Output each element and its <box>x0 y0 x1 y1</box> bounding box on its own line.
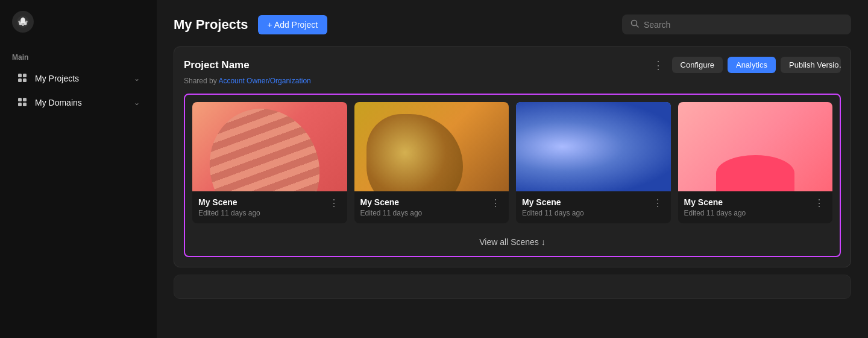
scene-name-2: My Scene <box>360 197 423 207</box>
project-card-header: Project Name ⋮ Configure Analytics Publi… <box>184 57 841 73</box>
svg-point-4 <box>22 24 24 26</box>
scene-edited-4: Edited 11 days ago <box>684 209 746 217</box>
scene-thumbnail-3 <box>516 102 671 191</box>
svg-point-6 <box>25 21 28 23</box>
scene-info-4: My Scene Edited 11 days ago ⋮ <box>678 191 833 223</box>
chevron-down-icon-domains: ⌄ <box>134 98 140 107</box>
view-all-row: View all Scenes ↓ <box>192 231 832 249</box>
analytics-button[interactable]: Analytics <box>728 57 776 73</box>
sidebar-label-my-domains: My Domains <box>35 98 128 107</box>
app-logo <box>12 11 34 33</box>
chevron-down-icon-projects: ⌄ <box>134 74 140 83</box>
scene-text-3: My Scene Edited 11 days ago <box>522 197 584 217</box>
scene-thumbnail-4 <box>678 102 833 191</box>
svg-rect-14 <box>23 103 27 106</box>
scene-name-3: My Scene <box>522 197 584 207</box>
scene-menu-button-3[interactable]: ⋮ <box>650 197 665 209</box>
svg-rect-8 <box>23 74 27 77</box>
scene-menu-button-4[interactable]: ⋮ <box>812 197 826 209</box>
scene-name-4: My Scene <box>684 197 746 207</box>
main-content: My Projects + Add Project Project Name ⋮… <box>157 0 868 338</box>
scene-thumbnail-2 <box>354 102 509 191</box>
search-bar <box>622 14 851 34</box>
svg-rect-9 <box>18 78 22 82</box>
scene-text-4: My Scene Edited 11 days ago <box>684 197 746 217</box>
page-header: My Projects + Add Project <box>174 14 851 34</box>
scene-card-2[interactable]: My Scene Edited 11 days ago ⋮ <box>354 102 509 223</box>
svg-rect-12 <box>23 98 27 101</box>
view-all-scenes-button[interactable]: View all Scenes ↓ <box>479 237 545 247</box>
scenes-grid: My Scene Edited 11 days ago ⋮ My Scene E… <box>192 102 832 223</box>
scene-info-2: My Scene Edited 11 days ago ⋮ <box>354 191 509 223</box>
sidebar: Main My Projects ⌄ My Domains ⌄ <box>0 0 157 338</box>
logo-area <box>0 0 157 43</box>
project-actions: Configure Analytics Publish Versio… <box>672 57 841 73</box>
scene-card-1[interactable]: My Scene Edited 11 days ago ⋮ <box>192 102 347 223</box>
scene-text-2: My Scene Edited 11 days ago <box>360 197 423 217</box>
publish-version-button[interactable]: Publish Versio… <box>781 57 841 73</box>
scene-name-1: My Scene <box>198 197 260 207</box>
sidebar-section-main: Main <box>0 43 157 66</box>
second-project-stub <box>174 275 851 299</box>
scene-menu-button-1[interactable]: ⋮ <box>327 197 341 209</box>
search-icon <box>631 19 639 30</box>
project-card: Project Name ⋮ Configure Analytics Publi… <box>174 46 851 267</box>
sidebar-label-my-projects: My Projects <box>35 74 128 83</box>
svg-rect-13 <box>18 103 22 106</box>
sidebar-item-my-domains[interactable]: My Domains ⌄ <box>5 91 152 115</box>
svg-point-5 <box>18 21 20 23</box>
page-title-row: My Projects + Add Project <box>174 15 327 34</box>
page-title: My Projects <box>174 17 248 33</box>
project-name: Project Name <box>184 59 250 71</box>
grid-icon-domains <box>17 97 29 109</box>
scene-info-1: My Scene Edited 11 days ago ⋮ <box>192 191 347 223</box>
scene-edited-2: Edited 11 days ago <box>360 209 423 217</box>
grid-icon-projects <box>17 72 29 84</box>
scene-card-3[interactable]: My Scene Edited 11 days ago ⋮ <box>516 102 671 223</box>
svg-rect-11 <box>18 98 22 101</box>
scene-edited-1: Edited 11 days ago <box>198 209 260 217</box>
scene-info-3: My Scene Edited 11 days ago ⋮ <box>516 191 671 223</box>
scene-text-1: My Scene Edited 11 days ago <box>198 197 260 217</box>
svg-rect-10 <box>23 78 27 82</box>
scene-thumbnail-1 <box>192 102 347 191</box>
shared-by-link[interactable]: Account Owner/Organization <box>218 77 310 85</box>
shared-by: Shared by Account Owner/Organization <box>184 77 841 85</box>
configure-button[interactable]: Configure <box>672 57 723 73</box>
scenes-grid-wrapper: My Scene Edited 11 days ago ⋮ My Scene E… <box>184 94 841 257</box>
search-input[interactable] <box>644 20 843 30</box>
svg-rect-7 <box>18 74 22 77</box>
scene-edited-3: Edited 11 days ago <box>522 209 584 217</box>
project-menu-button[interactable]: ⋮ <box>649 57 667 73</box>
sidebar-item-my-projects[interactable]: My Projects ⌄ <box>5 66 152 91</box>
svg-line-16 <box>637 25 639 28</box>
add-project-button[interactable]: + Add Project <box>258 15 328 34</box>
scene-card-4[interactable]: My Scene Edited 11 days ago ⋮ <box>678 102 833 223</box>
scene-menu-button-2[interactable]: ⋮ <box>488 197 503 209</box>
